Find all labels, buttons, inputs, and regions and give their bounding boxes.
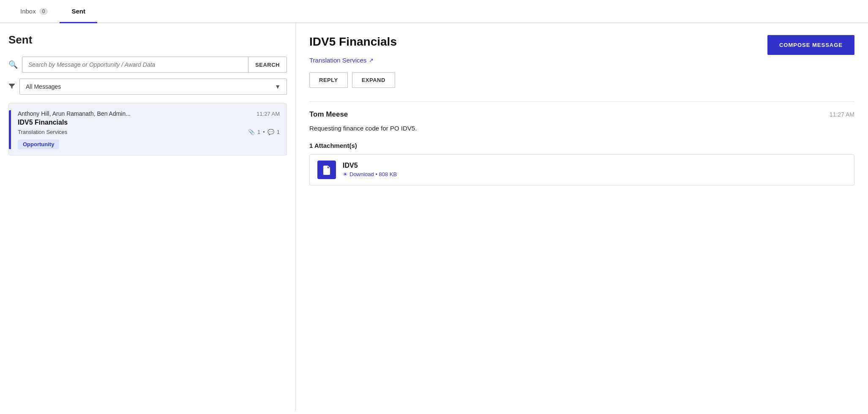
- opportunity-link-label: Translation Services: [309, 57, 366, 64]
- inbox-badge: 0: [39, 8, 48, 15]
- list-item[interactable]: Anthony Hill, Arun Ramanath, Ben Admin..…: [8, 103, 287, 155]
- message-icons: 📎 1 • 💬 1: [248, 129, 280, 135]
- tab-inbox[interactable]: Inbox 0: [8, 0, 60, 22]
- search-input[interactable]: [22, 57, 248, 72]
- right-panel: IDV5 Financials COMPOSE MESSAGE Translat…: [296, 23, 868, 411]
- external-link-icon: ↗: [369, 57, 374, 63]
- file-icon: [317, 161, 336, 179]
- left-panel: Sent 🔍 SEARCH All Messages Unread Read ▼: [0, 23, 296, 411]
- attachment-icon: 📎: [248, 129, 255, 135]
- active-accent: [9, 110, 11, 149]
- opportunity-link[interactable]: Translation Services ↗: [309, 57, 854, 64]
- filter-select[interactable]: All Messages Unread Read: [20, 79, 287, 94]
- attachment-download[interactable]: ☀ Download • 808 KB: [343, 171, 397, 177]
- attachment-info: IDV5 ☀ Download • 808 KB: [343, 162, 397, 177]
- detail-header: IDV5 Financials COMPOSE MESSAGE: [309, 35, 854, 55]
- sender-name: Tom Meese: [309, 110, 348, 119]
- main-container: Sent 🔍 SEARCH All Messages Unread Read ▼: [0, 23, 868, 411]
- message-subject: IDV5 Financials: [18, 119, 280, 126]
- download-icon: ☀: [343, 171, 348, 177]
- download-label: Download • 808 KB: [349, 171, 397, 177]
- search-input-wrap: SEARCH: [22, 57, 287, 73]
- action-buttons: REPLY EXPAND: [309, 72, 854, 88]
- message-recipients: Anthony Hill, Arun Ramanath, Ben Admin..…: [18, 110, 131, 117]
- filter-icon: [8, 82, 15, 91]
- tab-inbox-label: Inbox: [20, 8, 36, 15]
- attachment-name: IDV5: [343, 162, 397, 169]
- attachment-item[interactable]: IDV5 ☀ Download • 808 KB: [309, 154, 854, 185]
- expand-button[interactable]: EXPAND: [352, 72, 395, 88]
- search-button[interactable]: SEARCH: [248, 57, 287, 72]
- message-list: Anthony Hill, Arun Ramanath, Ben Admin..…: [8, 103, 287, 155]
- reply-count: 1: [277, 129, 280, 135]
- detail-title: IDV5 Financials: [309, 35, 397, 49]
- message-detail-section: Tom Meese 11:27 AM Requesting finance co…: [309, 101, 854, 185]
- attachments-label: 1 Attachment(s): [309, 142, 854, 149]
- message-body: Requesting finance code for PO IDV5.: [309, 124, 854, 133]
- tab-sent[interactable]: Sent: [60, 0, 97, 22]
- compose-message-button[interactable]: COMPOSE MESSAGE: [767, 35, 854, 55]
- attachment-count: 1: [257, 129, 260, 135]
- message-tag: Opportunity: [18, 139, 59, 149]
- filter-row: All Messages Unread Read ▼: [8, 79, 287, 95]
- message-item-content: Anthony Hill, Arun Ramanath, Ben Admin..…: [18, 110, 280, 149]
- reply-button[interactable]: REPLY: [309, 72, 348, 88]
- message-time: 11:27 AM: [257, 111, 280, 117]
- sender-row: Tom Meese 11:27 AM: [309, 110, 854, 119]
- page-title: Sent: [8, 33, 287, 46]
- search-row: 🔍 SEARCH: [8, 57, 287, 73]
- search-icon: 🔍: [8, 60, 18, 69]
- message-meta-row: Translation Services 📎 1 • 💬 1: [18, 129, 280, 135]
- tab-sent-label: Sent: [71, 8, 85, 15]
- dot-separator: •: [263, 129, 265, 135]
- message-item-header: Anthony Hill, Arun Ramanath, Ben Admin..…: [18, 110, 280, 117]
- reply-icon: 💬: [267, 129, 274, 135]
- filter-select-wrap: All Messages Unread Read ▼: [19, 79, 287, 95]
- message-opportunity: Translation Services: [18, 129, 67, 135]
- tabs-bar: Inbox 0 Sent: [0, 0, 868, 23]
- sent-time: 11:27 AM: [830, 111, 854, 118]
